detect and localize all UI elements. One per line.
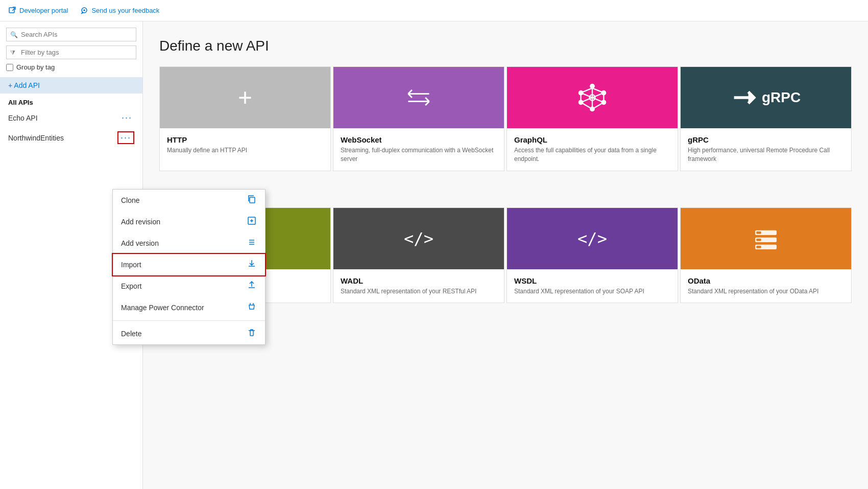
all-apis-title: All APIs xyxy=(0,94,142,108)
developer-portal-link[interactable]: Developer portal xyxy=(8,7,68,15)
odata-card-desc: Standard XML representation of your ODat… xyxy=(688,287,844,296)
echo-api-dots-button[interactable]: ··· xyxy=(119,112,134,123)
feedback-icon xyxy=(80,7,88,15)
context-menu-add-version[interactable]: Add version xyxy=(113,232,265,254)
manage-power-label: Manage Power Connector xyxy=(121,304,247,312)
context-menu-add-revision[interactable]: Add revision xyxy=(113,211,265,232)
api-card-wsdl[interactable]: </> WSDL Standard XML representation of … xyxy=(507,207,678,304)
api-card-http[interactable]: + HTTP Manually define an HTTP API xyxy=(159,66,331,171)
wadl-card-body: WADL Standard XML representation of your… xyxy=(333,269,504,303)
developer-portal-label: Developer portal xyxy=(19,7,68,14)
svg-point-8 xyxy=(590,84,594,88)
wsdl-code-icon: </> xyxy=(577,229,607,248)
api-item-northwind-label: NorthwindEntities xyxy=(8,134,64,142)
http-card-body: HTTP Manually define an HTTP API xyxy=(160,128,330,162)
http-card-title: HTTP xyxy=(167,135,323,144)
grpc-card-body: gRPC High performance, universal Remote … xyxy=(681,128,851,171)
feedback-link[interactable]: Send us your feedback xyxy=(80,7,159,15)
grpc-card-title: gRPC xyxy=(688,135,844,144)
import-label: Import xyxy=(121,261,247,269)
svg-line-17 xyxy=(592,102,604,109)
graphql-card-desc: Access the full capabilities of your dat… xyxy=(514,146,670,164)
context-menu-delete[interactable]: Delete xyxy=(113,323,265,344)
grpc-card-desc: High performance, universal Remote Proce… xyxy=(688,146,844,164)
search-icon: 🔍 xyxy=(10,31,18,38)
svg-line-20 xyxy=(581,88,592,92)
export-label: Export xyxy=(121,282,247,290)
graphql-icon xyxy=(578,83,607,112)
api-card-wadl[interactable]: </> WADL Standard XML representation of … xyxy=(333,207,504,304)
odata-icon xyxy=(752,224,780,253)
main-layout: 🔍 ⧩ Group by tag + Add API All APIs Echo… xyxy=(0,21,868,489)
sidebar: 🔍 ⧩ Group by tag + Add API All APIs Echo… xyxy=(0,21,143,489)
wsdl-card-desc: Standard XML representation of your SOAP… xyxy=(514,287,670,296)
api-card-websocket[interactable]: WebSocket Streaming, full-duplex communi… xyxy=(333,66,504,171)
define-api-title: Define a new API xyxy=(159,38,852,54)
wadl-card-desc: Standard XML representation of your REST… xyxy=(341,287,497,296)
export-icon xyxy=(247,281,257,292)
svg-point-2 xyxy=(84,10,85,11)
add-api-button[interactable]: + Add API xyxy=(0,77,142,94)
api-item-northwind[interactable]: NorthwindEntities ··· xyxy=(0,127,142,148)
wsdl-card-title: WSDL xyxy=(514,276,670,285)
filter-container: ⧩ xyxy=(6,45,136,59)
graphql-card-icon-bg xyxy=(507,67,678,128)
top-bar: Developer portal Send us your feedback xyxy=(0,0,868,21)
feedback-label: Send us your feedback xyxy=(91,7,159,14)
add-api-label: + Add API xyxy=(8,81,40,89)
grpc-text: gRPC xyxy=(762,89,801,106)
clone-icon xyxy=(247,195,257,206)
filter-input[interactable] xyxy=(6,45,136,59)
odata-card-icon-bg xyxy=(681,208,851,269)
websocket-card-icon-bg xyxy=(333,67,504,128)
svg-rect-32 xyxy=(756,246,761,248)
graphql-card-body: GraphQL Access the full capabilities of … xyxy=(507,128,678,171)
wsdl-card-body: WSDL Standard XML representation of your… xyxy=(507,269,678,303)
context-menu: Clone Add revision Add v xyxy=(112,189,266,345)
import-icon xyxy=(247,259,257,270)
odata-card-body: OData Standard XML representation of you… xyxy=(681,269,851,303)
websocket-card-title: WebSocket xyxy=(341,135,497,144)
northwind-dots-button[interactable]: ··· xyxy=(117,131,134,144)
svg-line-18 xyxy=(581,102,592,109)
plus-icon: + xyxy=(238,85,252,110)
context-menu-manage-power[interactable]: Manage Power Connector xyxy=(113,297,265,318)
group-by-container: Group by tag xyxy=(6,63,136,71)
http-card-desc: Manually define an HTTP API xyxy=(167,146,323,155)
developer-portal-icon xyxy=(8,7,16,15)
http-card-icon-bg: + xyxy=(160,67,330,128)
power-connector-icon xyxy=(247,302,257,313)
websocket-card-body: WebSocket Streaming, full-duplex communi… xyxy=(333,128,504,171)
context-menu-clone[interactable]: Clone xyxy=(113,190,265,211)
api-item-echo-label: Echo API xyxy=(8,114,38,122)
websocket-arrows-icon xyxy=(404,83,433,112)
websocket-card-desc: Streaming, full-duplex communication wit… xyxy=(341,146,497,164)
api-card-graphql[interactable]: GraphQL Access the full capabilities of … xyxy=(507,66,678,171)
search-input[interactable] xyxy=(6,28,136,41)
svg-rect-31 xyxy=(756,239,761,241)
api-card-grpc[interactable]: gRPC gRPC High performance, universal Re… xyxy=(680,66,852,171)
odata-card-title: OData xyxy=(688,276,844,285)
context-menu-import[interactable]: Import xyxy=(113,254,265,275)
svg-rect-3 xyxy=(250,197,255,203)
group-by-label: Group by tag xyxy=(16,63,55,71)
wsdl-card-icon-bg: </> xyxy=(507,208,678,269)
delete-label: Delete xyxy=(121,330,247,338)
delete-icon xyxy=(247,328,257,339)
add-version-label: Add version xyxy=(121,239,247,247)
api-card-odata[interactable]: OData Standard XML representation of you… xyxy=(680,207,852,304)
api-item-echo[interactable]: Echo API ··· xyxy=(0,108,142,127)
svg-rect-30 xyxy=(756,231,761,234)
grpc-card-icon-bg: gRPC xyxy=(681,67,851,128)
group-by-checkbox[interactable] xyxy=(6,64,13,71)
clone-label: Clone xyxy=(121,196,247,204)
grpc-arrow-icon xyxy=(731,83,760,112)
search-container: 🔍 xyxy=(6,28,136,41)
wadl-card-icon-bg: </> xyxy=(333,208,504,269)
filter-icon: ⧩ xyxy=(10,49,15,56)
wadl-card-title: WADL xyxy=(341,276,497,285)
add-revision-label: Add revision xyxy=(121,218,247,226)
add-version-icon xyxy=(247,238,257,249)
api-cards-row1: + HTTP Manually define an HTTP API WebSo… xyxy=(159,66,852,171)
context-menu-export[interactable]: Export xyxy=(113,275,265,297)
